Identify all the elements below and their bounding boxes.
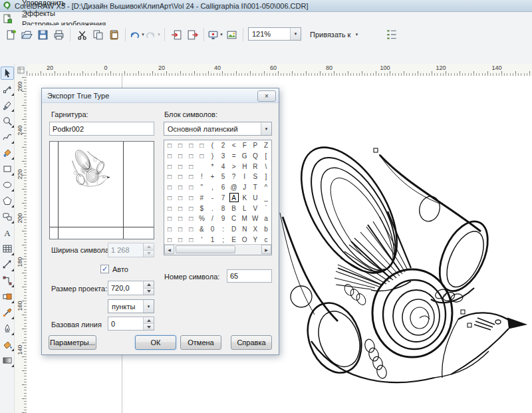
vertical-ruler[interactable]: 260240220200180160140 [15,76,27,413]
snap-to-button[interactable]: Привязать к ▼ [307,28,361,41]
char-cell[interactable]: □ [186,161,196,172]
char-cell[interactable]: □ [175,182,186,193]
char-cell[interactable]: ; [218,234,229,245]
char-cell[interactable]: □ [175,151,186,162]
char-cell[interactable]: 1 [207,234,217,245]
char-cell[interactable]: ` [261,203,271,213]
project-size-spinner[interactable] [108,281,154,295]
text-tool[interactable]: A [1,226,14,239]
spin-up-icon[interactable] [144,317,154,324]
close-icon[interactable]: × [257,90,276,102]
char-cell[interactable]: Q [250,151,261,162]
table-tool[interactable] [1,242,14,255]
char-cell[interactable]: L [239,203,250,213]
polygon-tool[interactable] [1,194,14,207]
spin-down-icon[interactable] [144,289,154,295]
char-cell[interactable]: ) [207,151,217,162]
char-cell[interactable]: a [261,213,271,224]
char-cell[interactable]: O [239,234,250,245]
parallel-dimension-tool[interactable] [1,258,14,271]
char-cell[interactable]: □ [186,224,196,235]
char-cell[interactable]: D [229,224,239,235]
horizontal-ruler[interactable]: 20020406080100120140 [27,64,532,76]
char-cell[interactable]: E [229,234,239,245]
blend-tool[interactable] [1,290,14,303]
char-cell[interactable]: $ [196,203,207,213]
interactive-fill-tool[interactable] [1,354,14,367]
auto-label[interactable]: Авто [112,265,128,273]
menu-item-4[interactable]: Упорядочить [16,0,112,8]
scroll-right-icon[interactable]: ▶ [261,245,271,254]
char-cell[interactable]: 4 [218,161,229,172]
char-cell[interactable]: □ [175,234,186,245]
char-cell[interactable]: 2 [218,140,229,151]
char-cell[interactable]: \ [261,161,271,172]
char-cell[interactable]: ? [229,172,239,182]
options-button[interactable]: Параметры... [49,335,96,350]
char-cell[interactable]: * [207,161,217,172]
char-cell[interactable]: 3 [218,151,229,162]
crop-tool[interactable] [1,98,14,112]
symbol-block-combo[interactable]: Основной латинский ▼ [164,122,272,136]
char-cell[interactable]: 6 [218,182,229,193]
char-cell[interactable]: □ [164,203,175,213]
rectangle-tool[interactable] [1,162,14,176]
char-cell[interactable]: I [239,172,250,182]
char-cell[interactable]: U [250,192,261,203]
baseline-input[interactable] [108,317,143,330]
char-cell[interactable]: c [261,234,271,245]
char-cell[interactable]: □ [164,172,175,182]
help-button[interactable]: Справка [231,335,272,350]
char-cell[interactable]: 9 [218,213,229,224]
char-cell[interactable]: □ [175,203,186,213]
char-cell[interactable]: □ [186,192,196,203]
char-cell[interactable]: □ [186,140,196,151]
char-cell[interactable]: □ [175,213,186,224]
char-cell[interactable]: = [229,151,239,162]
spin-up-icon[interactable] [144,281,154,289]
char-cell[interactable]: [ [261,151,271,162]
menu-item-5[interactable]: Эффекты [16,8,112,19]
char-cell[interactable]: □ [186,172,196,182]
char-cell[interactable]: " [196,182,207,193]
char-cell[interactable]: □ [164,192,175,203]
auto-checkbox[interactable]: ✓ [100,265,109,273]
char-cell[interactable]: - [207,192,217,203]
cancel-button[interactable]: Отмена [180,335,221,350]
font-name-input[interactable] [49,122,154,136]
char-cell[interactable]: H [239,161,250,172]
char-cell[interactable]: V [250,203,261,213]
char-cell[interactable]: □ [186,213,196,224]
import-button[interactable] [168,27,184,42]
char-cell[interactable]: 5 [218,172,229,182]
char-cell[interactable]: # [196,192,207,203]
char-cell[interactable]: & [196,224,207,235]
char-cell[interactable]: A [229,192,239,203]
char-cell[interactable]: % [196,213,207,224]
outline-pen-tool[interactable] [1,322,14,335]
cut-button[interactable] [74,27,90,42]
pick-tool[interactable] [1,67,14,80]
char-cell[interactable]: □ [196,151,207,162]
char-cell[interactable]: B [229,203,239,213]
char-cell[interactable]: □ [196,140,207,151]
char-cell[interactable]: X [250,224,261,235]
zoom-tool[interactable] [1,114,14,128]
char-cell[interactable]: N [239,224,250,235]
char-cell[interactable]: M [239,213,250,224]
char-cell[interactable]: @ [229,182,239,193]
paste-button[interactable] [106,27,122,42]
color-eyedropper-tool[interactable] [1,306,14,319]
char-cell[interactable]: □ [164,161,175,172]
save-button[interactable] [35,27,51,42]
char-cell[interactable]: K [239,192,250,203]
ok-button[interactable]: ОК [135,335,176,350]
grid-scrollbar[interactable]: ◀ ▶ [164,244,271,255]
shape-edit-tool[interactable] [1,82,14,96]
char-cell[interactable]: + [207,172,217,182]
char-cell[interactable]: Z [261,140,271,151]
print-button[interactable] [51,27,66,42]
char-number-input[interactable] [227,269,272,283]
char-cell[interactable]: T [250,182,261,193]
basic-shapes-tool[interactable] [1,210,14,223]
